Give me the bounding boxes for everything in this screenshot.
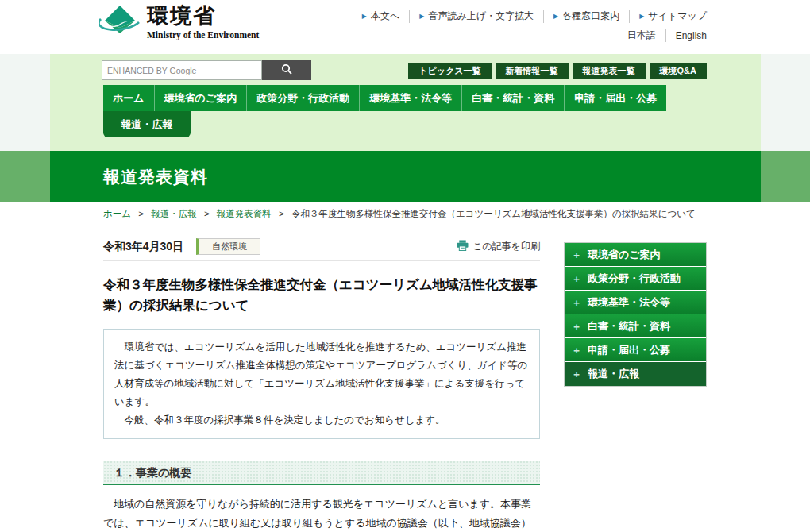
sidebar-item-label: 白書・統計・資料 — [588, 314, 670, 338]
breadcrumb-separator: > — [204, 209, 210, 218]
utility-link-label: 各種窓口案内 — [562, 10, 619, 23]
sidebar-item-whitepapers-stats[interactable]: ＋ 白書・統計・資料 — [565, 314, 706, 338]
utility-link-label: サイトマップ — [648, 10, 707, 23]
nav-press-pr-active-tab[interactable]: 報道・広報 — [103, 111, 191, 137]
sidebar-item-label: 報道・広報 — [588, 362, 639, 386]
nav-applications[interactable]: 申請・届出・公募 — [565, 85, 666, 111]
breadcrumb-press-release[interactable]: 報道発表資料 — [217, 209, 272, 218]
logo-subtitle: Ministry of the Environment — [147, 30, 259, 40]
sidebar-item-label: 環境基準・法令等 — [588, 291, 670, 314]
header: 環境省 Ministry of the Environment ▶ 本文へ ▶ … — [0, 0, 810, 54]
nav-home[interactable]: ホーム — [103, 85, 155, 111]
utility-links: ▶ 本文へ ▶ 音声読み上げ・文字拡大 ▶ 各種窓口案内 ▶ サイトマップ — [353, 10, 707, 23]
arrow-right-icon: ▶ — [639, 13, 644, 20]
breadcrumb-current: 令和３年度生物多様性保全推進交付金（エコツーリズム地域活性化支援事業）の採択結果… — [291, 209, 696, 218]
arrow-right-icon: ▶ — [419, 13, 424, 20]
search-icon — [281, 64, 292, 77]
print-label: この記事を印刷 — [472, 240, 540, 253]
button-env-qa[interactable]: 環境Q&A — [650, 63, 707, 79]
intro-paragraph-1: 環境省では、エコツーリズムを活用した地域活性化を推進するため、エコツーリズム推進… — [114, 338, 529, 412]
moe-logo[interactable]: 環境省 Ministry of the Environment — [99, 3, 259, 43]
sidebar-item-about-moe[interactable]: ＋ 環境省のご案内 — [565, 243, 706, 267]
quick-buttons: トピックス一覧 新着情報一覧 報道発表一覧 環境Q&A — [408, 63, 707, 79]
breadcrumb-home[interactable]: ホーム — [103, 209, 131, 218]
lang-japanese[interactable]: 日本語 — [618, 29, 666, 42]
article-title: 令和３年度生物多様性保全推進交付金（エコツーリズム地域活性化支援事業）の採択結果… — [103, 274, 548, 316]
breadcrumb: ホーム > 報道・広報 > 報道発表資料 > 令和３年度生物多様性保全推進交付金… — [103, 208, 723, 220]
sidebar-item-press-pr[interactable]: ＋ 報道・広報 — [565, 362, 706, 386]
utility-link-label: 本文へ — [371, 10, 399, 23]
article: 令和3年4月30日 自然環境 この記事を印刷 令和３年度生物多様性保全推進交付金… — [103, 238, 540, 532]
logo-title: 環境省 — [147, 3, 259, 30]
arrow-right-icon: ▶ — [362, 13, 367, 20]
sidebar-item-standards-laws[interactable]: ＋ 環境基準・法令等 — [565, 291, 706, 314]
plus-icon: ＋ — [572, 243, 581, 267]
arrow-right-icon: ▶ — [554, 13, 558, 20]
section-1-heading: １．事業の概要 — [103, 461, 540, 485]
sidebar-item-label: 申請・届出・公募 — [588, 338, 670, 362]
button-press-release-list[interactable]: 報道発表一覧 — [573, 63, 646, 79]
plus-icon: ＋ — [572, 362, 581, 386]
article-meta-row: 令和3年4月30日 自然環境 この記事を印刷 — [103, 238, 540, 261]
article-date: 令和3年4月30日 — [103, 240, 183, 254]
breadcrumb-separator: > — [138, 209, 144, 218]
search-button[interactable] — [262, 60, 311, 80]
printer-icon — [457, 240, 469, 253]
plus-icon: ＋ — [572, 267, 581, 291]
nav-whitepapers-stats[interactable]: 白書・統計・資料 — [462, 85, 565, 111]
plus-icon: ＋ — [572, 314, 581, 338]
plus-icon: ＋ — [572, 291, 581, 314]
lang-english[interactable]: English — [666, 30, 707, 41]
language-switcher: 日本語 English — [618, 29, 707, 42]
button-topics-list[interactable]: トピックス一覧 — [408, 63, 491, 79]
sidebar-item-applications[interactable]: ＋ 申請・届出・公募 — [565, 338, 706, 362]
section-1-body: 地域の自然資源を守りながら持続的に活用する観光をエコツーリズムと言います。本事業… — [103, 495, 540, 532]
plus-icon: ＋ — [572, 338, 581, 362]
utility-link-audio-zoom[interactable]: ▶ 音声読み上げ・文字拡大 — [410, 10, 544, 23]
button-whats-new-list[interactable]: 新着情報一覧 — [496, 63, 569, 79]
nav-about-moe[interactable]: 環境省のご案内 — [155, 85, 248, 111]
utility-link-contact-guide[interactable]: ▶ 各種窓口案内 — [544, 10, 630, 23]
breadcrumb-press-pr[interactable]: 報道・広報 — [151, 209, 197, 218]
moe-logo-icon — [99, 3, 141, 43]
intro-paragraph-2: 今般、令和３年度の採択事業８件を決定しましたのでお知らせします。 — [114, 411, 529, 430]
breadcrumb-separator: > — [279, 209, 284, 218]
nav-standards-laws[interactable]: 環境基準・法令等 — [360, 85, 462, 111]
sidebar-item-policy[interactable]: ＋ 政策分野・行政活動 — [565, 267, 706, 291]
utility-link-sitemap[interactable]: ▶ サイトマップ — [630, 10, 707, 23]
sidebar-item-label: 政策分野・行政活動 — [588, 267, 681, 291]
sidebar-item-label: 環境省のご案内 — [588, 243, 661, 267]
global-nav: ホーム 環境省のご案内 政策分野・行政活動 環境基準・法令等 白書・統計・資料 … — [103, 85, 666, 111]
page: 環境省 Ministry of the Environment ▶ 本文へ ▶ … — [0, 0, 810, 532]
search-input[interactable] — [102, 60, 262, 80]
print-link[interactable]: この記事を印刷 — [457, 240, 540, 253]
page-banner-title: 報道発表資料 — [103, 151, 208, 202]
sidebar-menu: ＋ 環境省のご案内 ＋ 政策分野・行政活動 ＋ 環境基準・法令等 ＋ 白書・統計… — [564, 242, 707, 387]
category-badge[interactable]: 自然環境 — [196, 238, 260, 255]
nav-policy[interactable]: 政策分野・行政活動 — [247, 85, 360, 111]
logo-text: 環境省 Ministry of the Environment — [147, 3, 259, 40]
utility-link-label: 音声読み上げ・文字拡大 — [428, 10, 534, 23]
article-intro-box: 環境省では、エコツーリズムを活用した地域活性化を推進するため、エコツーリズム推進… — [103, 329, 540, 440]
utility-link-main-content[interactable]: ▶ 本文へ — [353, 10, 410, 23]
